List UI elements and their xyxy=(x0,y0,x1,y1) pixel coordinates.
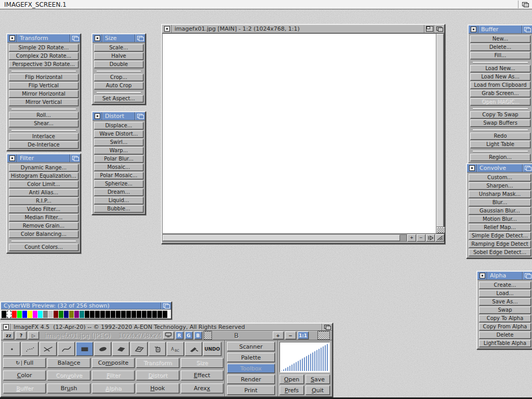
palette-swatch[interactable] xyxy=(152,311,157,318)
panel-button[interactable]: Load... xyxy=(479,290,531,297)
panel-button[interactable]: Copy To Swap xyxy=(470,111,530,118)
palette-swatch[interactable] xyxy=(12,311,17,318)
panel-button[interactable]: Sobel Edge Detect... xyxy=(469,249,531,256)
panel-button[interactable]: Scale... xyxy=(94,44,143,51)
panel-button[interactable]: Color Limit... xyxy=(9,181,78,188)
panel-button[interactable]: Simple Edge Detect... xyxy=(469,232,531,240)
run-macro-button[interactable]: ▷ xyxy=(28,331,39,339)
palette-swatch[interactable] xyxy=(59,311,63,318)
depth-icon[interactable] xyxy=(523,164,532,172)
size-button[interactable]: Size xyxy=(181,358,223,368)
panel-button[interactable]: Grab Screen... xyxy=(470,90,530,97)
close-icon[interactable] xyxy=(162,25,172,33)
line-tool[interactable] xyxy=(39,342,57,356)
depth-icon[interactable] xyxy=(434,25,444,33)
size-titlebar[interactable]: Size xyxy=(92,34,145,43)
effect-button[interactable]: Effect xyxy=(181,370,223,380)
palette-swatch[interactable] xyxy=(157,311,162,318)
palette-swatch[interactable] xyxy=(111,311,115,318)
curve-tool[interactable] xyxy=(58,342,75,356)
depth-icon[interactable] xyxy=(70,34,80,42)
panel-button[interactable]: Flip Vertical xyxy=(9,82,78,89)
panel-button[interactable]: Color Balancing... xyxy=(9,231,78,238)
filter-titlebar[interactable]: Filter xyxy=(7,154,80,163)
panel-button[interactable]: Delete xyxy=(479,331,531,339)
panel-button[interactable]: Anti Alias... xyxy=(9,189,78,196)
panel-button[interactable]: Relief Map... xyxy=(469,224,531,231)
palette-button[interactable]: Palette xyxy=(227,353,275,362)
palette-swatch[interactable] xyxy=(17,311,22,318)
palette-swatch[interactable] xyxy=(121,311,126,318)
close-icon[interactable] xyxy=(467,164,477,172)
distort-titlebar[interactable]: Distort xyxy=(92,112,145,121)
hook-button[interactable]: Hook xyxy=(136,383,179,393)
transform-titlebar[interactable]: Transform xyxy=(7,34,80,43)
box-tool[interactable] xyxy=(76,342,93,356)
open-button[interactable]: Open xyxy=(280,375,304,384)
panel-button[interactable]: LightTable Alpha xyxy=(479,340,531,347)
panel-button[interactable]: Median Filter... xyxy=(9,214,78,221)
depth-icon[interactable] xyxy=(135,112,145,120)
panel-button[interactable]: Polar Blur... xyxy=(94,155,143,163)
zoom-icon[interactable] xyxy=(424,25,434,33)
panel-button[interactable]: Delete... xyxy=(470,44,530,51)
polygon-tool[interactable] xyxy=(112,342,129,356)
palette-swatch[interactable] xyxy=(38,311,43,318)
panel-button[interactable]: Dream... xyxy=(94,189,143,196)
palette-swatch[interactable] xyxy=(90,311,95,318)
convolve-button[interactable]: Convolve xyxy=(47,370,90,380)
screen-mode-icon[interactable] xyxy=(163,331,174,339)
panel-button[interactable]: Open MAGIC... xyxy=(470,98,530,105)
main-window-titlebar[interactable]: imagefx01.jpg [MAIN] - 1:2 (1024x768, 1:… xyxy=(162,25,444,33)
panel-button[interactable]: Sharpen... xyxy=(469,182,531,190)
zoom-in-button[interactable]: + xyxy=(407,234,416,242)
palette-swatch[interactable] xyxy=(142,311,147,318)
palette-swatch[interactable] xyxy=(131,311,136,318)
panel-button[interactable]: Halve xyxy=(94,52,143,60)
panel-button[interactable]: Load New... xyxy=(470,65,530,72)
buffer-titlebar[interactable]: Buffer xyxy=(469,25,532,34)
ellipse-tool[interactable] xyxy=(94,342,111,356)
panel-button[interactable]: Double xyxy=(94,61,143,68)
panel-button[interactable]: Custom... xyxy=(469,174,531,181)
panel-button[interactable]: Remove Grain... xyxy=(9,222,78,230)
convolve-titlebar[interactable]: Convolve xyxy=(467,164,532,172)
panel-button[interactable]: Crop... xyxy=(94,74,143,81)
panel-button[interactable]: Set Aspect... xyxy=(94,95,143,102)
panel-button[interactable]: Blur... xyxy=(469,199,531,206)
panel-button[interactable]: Swap xyxy=(479,307,531,314)
screen-titlebar[interactable]: IMAGEFX_SCREEN.1 xyxy=(0,0,532,9)
outline-polygon-tool[interactable] xyxy=(130,342,148,356)
depth-icon[interactable] xyxy=(322,324,332,330)
palette-swatch[interactable] xyxy=(33,311,37,318)
panel-button[interactable]: Wave Distort... xyxy=(94,130,143,138)
palette-swatch[interactable] xyxy=(28,311,32,318)
panel-button[interactable]: Load from Clipboard xyxy=(470,82,530,89)
panel-button[interactable]: Copy To Alpha xyxy=(479,315,531,322)
panel-button[interactable]: Polar Mosaic... xyxy=(94,172,143,179)
distort-button[interactable]: Distort xyxy=(136,370,179,380)
panel-button[interactable]: Bubble... xyxy=(94,205,143,212)
palette-swatch[interactable] xyxy=(2,311,6,318)
panel-button[interactable]: Histogram Equalization... xyxy=(9,172,78,180)
view-zoom-out-button[interactable]: − xyxy=(285,331,296,339)
fill-tool[interactable] xyxy=(149,342,166,356)
palette-swatch[interactable] xyxy=(126,311,131,318)
depth-icon[interactable] xyxy=(135,34,145,42)
depth-icon[interactable] xyxy=(522,25,532,33)
depth-icon[interactable] xyxy=(161,302,171,309)
horizontal-scroll-knob[interactable] xyxy=(163,235,400,241)
palette-swatch[interactable] xyxy=(69,311,74,318)
palette-swatch[interactable] xyxy=(54,311,58,318)
panel-button[interactable]: Fill... xyxy=(470,52,530,59)
vertical-scrollbar[interactable] xyxy=(436,33,444,234)
overview-icon[interactable] xyxy=(436,227,445,233)
panel-button[interactable]: De-Interlace xyxy=(9,141,78,149)
panel-button[interactable]: Swirl... xyxy=(94,139,143,146)
balance-button[interactable]: Balance xyxy=(47,358,90,368)
color-button[interactable]: Color xyxy=(3,370,46,380)
save-button[interactable]: Save xyxy=(305,375,330,384)
filter-button[interactable]: Filter xyxy=(92,370,135,380)
panel-button[interactable]: Mirror Horizontal xyxy=(9,90,78,98)
scanner-button[interactable]: Scanner xyxy=(227,342,275,351)
